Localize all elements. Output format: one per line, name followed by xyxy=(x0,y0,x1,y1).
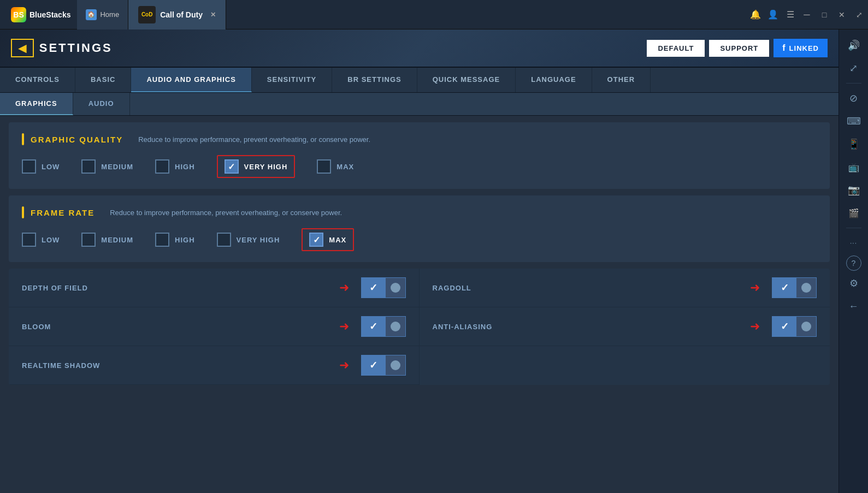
framerate-medium[interactable]: MEDIUM xyxy=(81,233,133,247)
toggle-on-bloom[interactable]: ✓ xyxy=(362,317,386,336)
default-button[interactable]: DEFAULT xyxy=(647,40,705,57)
checkbox-very-high-frame[interactable] xyxy=(217,233,231,247)
framerate-very-high[interactable]: VERY HIGH xyxy=(217,233,280,247)
arrow-realtime-shadow: ➜ xyxy=(339,358,349,372)
app-logo: BS BlueStacks xyxy=(4,7,77,22)
sidebar-right: 🔊 ⤢ ⊘ ⌨ 📱 📺 📷 🎬 ··· ? ⚙ ← xyxy=(839,29,868,493)
checkbox-low-frame[interactable] xyxy=(22,233,36,247)
phone-button[interactable]: 📱 xyxy=(843,134,864,155)
maximize-button[interactable]: □ xyxy=(816,6,833,23)
cod-tab-label: Call of Duty xyxy=(160,10,203,19)
tab-br-settings[interactable]: BR SETTINGS xyxy=(332,68,417,92)
settings-header: ◄ SETTINGS DEFAULT SUPPORT f LINKED xyxy=(0,29,839,68)
home-icon: 🏠 xyxy=(86,9,97,20)
label-bloom: BLOOM xyxy=(22,323,333,331)
quality-high[interactable]: HIGH xyxy=(155,159,195,174)
toggle-off-anti-aliasing[interactable] xyxy=(796,317,816,336)
camera-button[interactable]: 📷 xyxy=(843,180,864,200)
toggle-settings-section: DEPTH OF FIELD ➜ ✓ RAGDOLL ➜ xyxy=(9,269,830,385)
toggle-on-ragdoll[interactable]: ✓ xyxy=(772,278,796,298)
section-bar-graphic xyxy=(22,133,24,145)
keyboard-button[interactable]: ⌨ xyxy=(843,111,864,132)
checkbox-very-high-graphic[interactable] xyxy=(225,159,239,174)
switch-depth-of-field[interactable]: ✓ xyxy=(361,277,406,298)
section-bar-framerate xyxy=(22,206,24,218)
tab-controls[interactable]: CONTROLS xyxy=(0,68,75,92)
toggle-on-realtime-shadow[interactable]: ✓ xyxy=(362,355,386,375)
more-button[interactable]: ··· xyxy=(843,233,864,253)
framerate-high[interactable]: HIGH xyxy=(155,233,195,247)
tab-quick-message[interactable]: QUICK MESSAGE xyxy=(417,68,516,92)
label-low-frame: LOW xyxy=(42,236,60,244)
tab-home[interactable]: 🏠 Home xyxy=(77,0,128,29)
switch-bloom[interactable]: ✓ xyxy=(361,316,406,337)
graphic-quality-options: LOW MEDIUM HIGH VERY HIGH xyxy=(22,155,817,178)
toggle-off-realtime-shadow[interactable] xyxy=(386,355,405,375)
restore-button[interactable]: ⤢ xyxy=(851,6,868,23)
checkbox-medium-frame[interactable] xyxy=(81,233,96,247)
checkbox-medium-graphic[interactable] xyxy=(81,159,96,174)
toggle-off-depth-of-field[interactable] xyxy=(386,278,405,298)
main-content: ◄ SETTINGS DEFAULT SUPPORT f LINKED CONT… xyxy=(0,29,868,493)
checkbox-high-frame[interactable] xyxy=(155,233,169,247)
settings-gear-button[interactable]: ⚙ xyxy=(843,273,864,294)
tab-sensitivity[interactable]: SENSITIVITY xyxy=(252,68,332,92)
graphic-quality-desc: Reduce to improve performance, prevent o… xyxy=(138,135,370,144)
menu-icon[interactable]: ☰ xyxy=(783,7,798,22)
back-button[interactable]: ← xyxy=(843,296,864,317)
toggle-circle-depth-of-field xyxy=(391,283,400,293)
toggle-circle-anti-aliasing xyxy=(801,322,811,331)
toggle-on-anti-aliasing[interactable]: ✓ xyxy=(772,317,796,336)
bluestacks-icon: BS xyxy=(11,7,26,22)
close-button[interactable]: ✕ xyxy=(833,6,851,23)
quality-low[interactable]: LOW xyxy=(22,159,60,174)
toggle-on-depth-of-field[interactable]: ✓ xyxy=(362,278,386,298)
tab-basic[interactable]: BASIC xyxy=(75,68,131,92)
label-low-graphic: LOW xyxy=(42,163,60,171)
switch-realtime-shadow[interactable]: ✓ xyxy=(361,355,406,376)
help-button[interactable]: ? xyxy=(846,256,861,271)
toggle-off-ragdoll[interactable] xyxy=(796,278,816,298)
tv-button[interactable]: 📺 xyxy=(843,157,864,177)
label-max-frame: MAX xyxy=(329,236,346,244)
quality-very-high[interactable]: VERY HIGH xyxy=(217,155,296,178)
quality-medium[interactable]: MEDIUM xyxy=(81,159,133,174)
tab-audio-graphics[interactable]: AUDIO AND GRAPHICS xyxy=(131,68,251,92)
notification-icon[interactable]: 🔔 xyxy=(748,7,763,22)
switch-ragdoll[interactable]: ✓ xyxy=(772,277,817,298)
home-tab-label: Home xyxy=(100,10,119,19)
checkbox-low-graphic[interactable] xyxy=(22,159,36,174)
minimize-button[interactable]: ─ xyxy=(798,6,816,23)
quality-max-graphic[interactable]: MAX xyxy=(317,159,354,174)
toggle-realtime-shadow: REALTIME SHADOW ➜ ✓ xyxy=(9,346,420,385)
label-high-frame: HIGH xyxy=(175,236,195,244)
switch-anti-aliasing[interactable]: ✓ xyxy=(772,316,817,337)
video-button[interactable]: 🎬 xyxy=(843,203,864,223)
tab-other[interactable]: OTHER xyxy=(592,68,651,92)
graphic-quality-title-row: GRAPHIC QUALITY Reduce to improve perfor… xyxy=(22,133,817,145)
subtab-audio[interactable]: AUDIO xyxy=(73,93,130,115)
toggle-anti-aliasing: ANTI-ALIASING ➜ ✓ xyxy=(420,307,830,346)
checkbox-max-frame[interactable] xyxy=(309,233,323,247)
frame-rate-title: FRAME RATE xyxy=(31,208,95,217)
checkbox-max-graphic[interactable] xyxy=(317,159,331,174)
volume-button[interactable]: 🔊 xyxy=(843,35,864,56)
framerate-max[interactable]: MAX xyxy=(302,228,354,251)
tab-close-icon[interactable]: ✕ xyxy=(210,11,216,19)
subtab-graphics[interactable]: GRAPHICS xyxy=(0,93,73,115)
tab-language[interactable]: LANGUAGE xyxy=(516,68,592,92)
slash-button[interactable]: ⊘ xyxy=(843,88,864,109)
support-button[interactable]: SUPPORT xyxy=(709,40,769,57)
linked-button[interactable]: f LINKED xyxy=(773,39,828,57)
frame-rate-options: LOW MEDIUM HIGH VERY HIGH xyxy=(22,228,817,251)
framerate-low[interactable]: LOW xyxy=(22,233,60,247)
checkbox-high-graphic[interactable] xyxy=(155,159,169,174)
frame-rate-desc: Reduce to improve performance, prevent o… xyxy=(110,209,342,217)
nav-tabs: CONTROLS BASIC AUDIO AND GRAPHICS SENSIT… xyxy=(0,68,839,93)
expand-button[interactable]: ⤢ xyxy=(843,58,864,79)
tab-call-of-duty[interactable]: CoD Call of Duty ✕ xyxy=(128,0,226,29)
arrow-bloom: ➜ xyxy=(339,319,349,334)
user-icon[interactable]: 👤 xyxy=(765,7,781,22)
graphic-quality-section: GRAPHIC QUALITY Reduce to improve perfor… xyxy=(9,122,830,189)
toggle-off-bloom[interactable] xyxy=(386,317,405,336)
